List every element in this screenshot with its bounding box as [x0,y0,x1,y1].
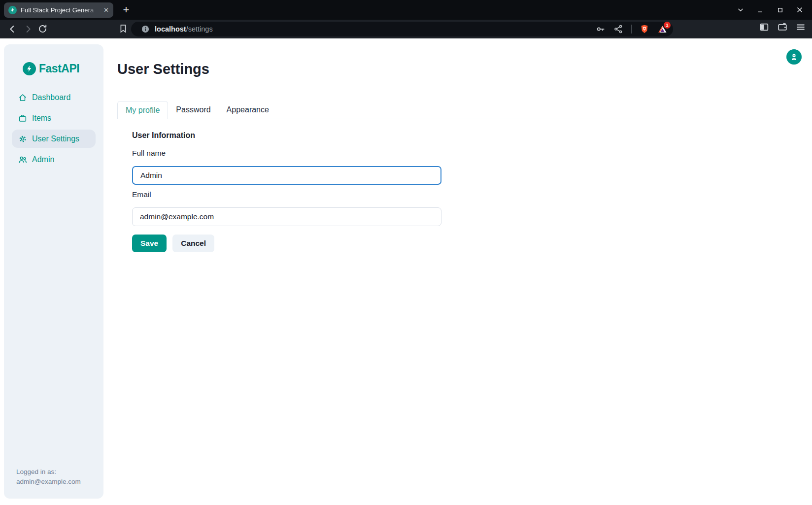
sidebar-item-label: User Settings [32,135,79,143]
cancel-button[interactable]: Cancel [172,235,214,252]
tab-search-chevron-icon[interactable] [734,3,747,16]
share-icon[interactable] [613,24,623,34]
site-info-icon[interactable] [141,25,150,34]
brave-rewards-icon[interactable]: 1 [657,24,667,34]
save-button[interactable]: Save [132,235,167,252]
form-buttons: Save Cancel [132,235,214,252]
tab-password[interactable]: Password [168,101,218,119]
users-icon [18,155,27,164]
fastapi-favicon-icon [8,6,17,14]
browser-tab-title: Full Stack Project Genera [21,6,99,14]
email-label: Email [132,190,151,199]
close-window-button[interactable] [793,3,806,16]
window-controls [734,0,812,20]
menu-hamburger-icon[interactable] [795,22,807,34]
bookmark-icon[interactable] [118,24,129,34]
sidebar-item-label: Items [32,114,51,123]
fastapi-logo: FastAPI [4,44,103,75]
new-tab-button[interactable]: + [120,3,133,16]
brave-shield-icon[interactable] [640,24,649,34]
sidebar-item-dashboard[interactable]: Dashboard [12,88,96,106]
sidebar-item-label: Dashboard [32,93,70,102]
section-title: User Information [132,131,195,140]
logged-in-as-label: Logged in as: [16,467,81,477]
reload-button[interactable] [37,24,48,34]
app-page: FastAPI Dashboard Items User Settings [0,38,812,505]
settings-tab-list: My profile Password Appearance [117,101,806,119]
full-name-label: Full name [132,149,166,158]
home-icon [18,93,27,102]
sidebar-panel-icon[interactable] [759,22,771,34]
tab-close-icon[interactable]: ✕ [103,7,109,13]
maximize-button[interactable] [774,3,786,16]
user-avatar-icon [790,53,798,61]
gear-icon [18,135,27,143]
sidebar-item-items[interactable]: Items [12,109,96,127]
logged-in-as-email: admin@example.com [16,477,81,487]
wallet-icon[interactable] [777,22,789,34]
sidebar-item-admin[interactable]: Admin [12,150,96,168]
browser-tab[interactable]: Full Stack Project Genera ✕ [4,2,113,18]
toolbar-right-icons [759,22,807,34]
fastapi-bolt-icon [23,62,36,75]
key-icon[interactable] [596,24,606,34]
page-title: User Settings [117,61,209,77]
sidebar-item-user-settings[interactable]: User Settings [12,130,96,148]
sidebar: FastAPI Dashboard Items User Settings [4,44,103,499]
url-host: localhost [155,25,186,33]
briefcase-icon [18,114,27,123]
email-input[interactable] [132,207,441,226]
browser-tab-bar: Full Stack Project Genera ✕ + [0,0,812,20]
address-bar[interactable]: localhost/settings 1 [131,22,673,36]
tab-appearance[interactable]: Appearance [219,101,277,119]
rewards-badge: 1 [664,22,671,29]
back-button[interactable] [7,24,18,34]
forward-button[interactable] [23,24,34,34]
sidebar-item-label: Admin [32,155,54,164]
sidebar-nav: Dashboard Items User Settings Admin [4,88,103,168]
logo-text: FastAPI [39,62,79,75]
minimize-button[interactable] [754,3,767,16]
logged-in-as: Logged in as: admin@example.com [16,467,81,487]
full-name-input[interactable] [132,166,441,185]
user-menu-avatar-button[interactable] [786,49,802,65]
tab-my-profile[interactable]: My profile [117,101,168,119]
toolbar-separator [631,25,632,34]
url-path: /settings [186,25,213,33]
